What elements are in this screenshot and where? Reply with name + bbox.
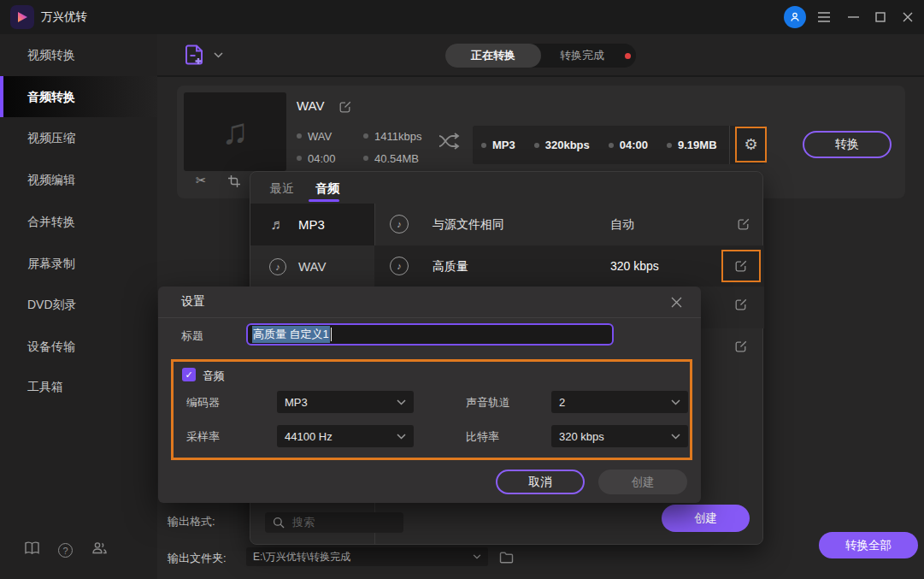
cancel-button[interactable]: 取消: [496, 470, 585, 494]
dialog-title: 设置: [181, 294, 205, 310]
sidebar-item-video-convert[interactable]: 视频转换: [0, 34, 157, 75]
app-logo-icon: [10, 5, 34, 29]
audio-checkbox-label: 音频: [203, 369, 225, 384]
chevron-down-icon: [397, 434, 406, 440]
edit-preset-icon[interactable]: [734, 298, 748, 311]
gear-icon: ⚙: [744, 135, 757, 154]
create-button-disabled[interactable]: 创建: [598, 470, 687, 494]
add-file-icon: [185, 44, 205, 67]
output-bitrate: 320kbps: [534, 138, 590, 153]
rename-icon[interactable]: [338, 100, 352, 114]
dialog-close-icon[interactable]: [668, 293, 685, 310]
audio-checkbox[interactable]: ✓: [182, 368, 196, 381]
text-caret: [331, 328, 333, 341]
sidebar-item-video-compress[interactable]: 视频压缩: [0, 117, 157, 158]
app-title: 万兴优转: [41, 0, 87, 34]
format-item-wav[interactable]: ♪ WAV: [250, 245, 374, 287]
add-file-button[interactable]: [185, 44, 223, 67]
chevron-down-icon: [397, 399, 406, 405]
tab-finished[interactable]: 转换完成: [541, 44, 623, 68]
trim-scissors-icon[interactable]: ✂: [196, 173, 207, 188]
tab-audio[interactable]: 音频: [315, 181, 339, 197]
divider: [158, 317, 701, 318]
bitrate-select[interactable]: 320 kbps: [551, 425, 688, 447]
search-icon: [273, 517, 285, 529]
music-note-icon: ♫: [221, 111, 249, 152]
preset-same-as-source[interactable]: ♪ 与源文件相同 自动: [374, 204, 764, 245]
audio-disc-icon: ♪: [390, 257, 409, 275]
edit-preset-icon[interactable]: [734, 259, 748, 273]
edit-highlight-box: [721, 250, 761, 282]
sidebar-item-screen-record[interactable]: 屏幕录制: [0, 243, 157, 284]
shuffle-arrows-icon: [438, 132, 462, 153]
file-thumbnail: ♫: [184, 92, 286, 171]
maximize-button[interactable]: [868, 0, 892, 34]
tab-recent[interactable]: 最近: [270, 181, 294, 197]
main-toolbar: 正在转换 转换完成: [157, 34, 924, 77]
status-tabs: 正在转换 转换完成: [445, 44, 636, 68]
output-summary[interactable]: MP3 320kbps 04:00 9.19MB: [473, 126, 765, 164]
menu-icon[interactable]: [812, 0, 836, 34]
panel-create-button[interactable]: 创建: [662, 505, 750, 532]
edit-preset-icon[interactable]: [734, 340, 748, 353]
app-window: 万兴优转 视频转换 音频转换 视频压缩 视频编辑 合并转换 屏幕录制 DVD刻录…: [0, 0, 924, 579]
format-item-mp3[interactable]: ♬ MP3: [250, 204, 374, 245]
encoder-label: 编码器: [186, 395, 220, 411]
name-field-label: 标题: [181, 328, 203, 344]
open-folder-icon[interactable]: [499, 551, 514, 566]
community-icon[interactable]: [91, 541, 108, 558]
minimize-button[interactable]: [841, 0, 865, 34]
sidebar-item-device-transfer[interactable]: 设备传输: [0, 326, 157, 367]
crop-icon[interactable]: [228, 175, 240, 190]
music-notes-icon: ♬: [269, 216, 286, 233]
check-icon: ✓: [185, 369, 192, 381]
sidebar-item-audio-convert[interactable]: 音频转换: [0, 76, 157, 117]
titlebar: 万兴优转: [0, 0, 924, 34]
settings-dialog: 设置 标题 高质量 自定义1 ✓ 音频 编码器 MP3 声音轨道 2 采样率 4…: [158, 287, 701, 503]
source-size: 40.54MB: [363, 151, 419, 166]
sidebar: 视频转换 音频转换 视频压缩 视频编辑 合并转换 屏幕录制 DVD刻录 设备传输…: [0, 34, 157, 579]
channels-select[interactable]: 2: [551, 391, 688, 413]
source-bitrate: 1411kbps: [363, 128, 421, 144]
convert-all-button[interactable]: 转换全部: [819, 532, 918, 558]
help-icon[interactable]: ?: [58, 543, 73, 558]
sidebar-item-toolbox[interactable]: 工具箱: [0, 366, 157, 407]
file-title: WAV: [297, 98, 325, 113]
preset-high-quality[interactable]: ♪ 高质量 320 kbps: [374, 245, 764, 287]
output-folder-select[interactable]: E:\万兴优转\转换完成: [246, 547, 488, 566]
chevron-down-icon: [214, 52, 223, 58]
search-input[interactable]: 搜索: [265, 512, 403, 533]
output-format-label: 输出格式:: [168, 514, 215, 529]
sidebar-item-merge-convert[interactable]: 合并转换: [0, 201, 157, 242]
divider: [729, 126, 730, 164]
source-duration: 04:00: [297, 151, 336, 166]
selected-text: 高质量 自定义1: [252, 326, 330, 343]
close-button[interactable]: [896, 0, 920, 34]
bitrate-label: 比特率: [466, 429, 499, 445]
output-size: 9.19MB: [667, 138, 717, 153]
tab-converting[interactable]: 正在转换: [445, 44, 541, 68]
output-folder-label: 输出文件夹:: [168, 551, 227, 566]
name-input[interactable]: 高质量 自定义1: [246, 323, 614, 346]
edit-preset-icon[interactable]: [737, 217, 750, 231]
encoder-select[interactable]: MP3: [277, 391, 414, 413]
active-tab-underline: [309, 199, 339, 202]
sidebar-item-dvd-burn[interactable]: DVD刻录: [0, 284, 157, 325]
chevron-down-icon: [671, 399, 680, 405]
output-duration: 04:00: [609, 138, 648, 153]
account-avatar[interactable]: [784, 6, 806, 28]
settings-gear-button[interactable]: ⚙: [735, 127, 767, 162]
convert-button[interactable]: 转换: [803, 131, 892, 158]
notification-dot: [625, 53, 631, 59]
guide-book-icon[interactable]: [24, 541, 40, 558]
audio-disc-icon: ♪: [390, 215, 409, 233]
output-format: MP3: [481, 138, 515, 153]
sample-rate-label: 采样率: [186, 429, 220, 445]
sidebar-item-video-edit[interactable]: 视频编辑: [0, 159, 157, 200]
source-format: WAV: [297, 128, 332, 144]
chevron-down-icon: [671, 434, 680, 440]
channels-label: 声音轨道: [466, 395, 510, 411]
chevron-down-icon: [473, 554, 481, 559]
wav-disc-icon: ♪: [269, 258, 286, 275]
sample-rate-select[interactable]: 44100 Hz: [277, 425, 414, 447]
